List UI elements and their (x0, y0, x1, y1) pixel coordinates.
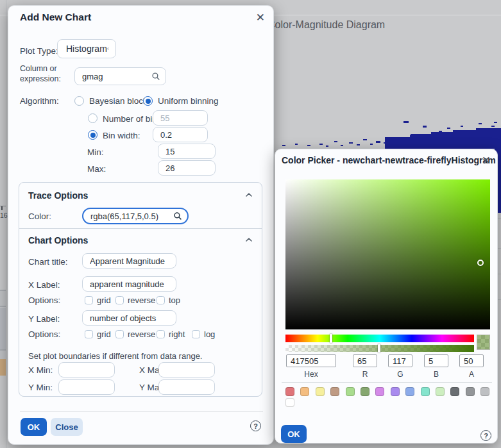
color-picker-search-icon[interactable] (173, 212, 182, 220)
help-icon[interactable]: ? (250, 420, 261, 431)
bayesian-blocks-radio[interactable] (74, 96, 84, 106)
scatter-mark (475, 131, 479, 132)
y-min-wrap (58, 379, 115, 395)
a-input[interactable] (459, 354, 484, 367)
chart-options-title: Chart Options (28, 235, 88, 245)
scatter-mark (494, 122, 497, 123)
saturation-cursor[interactable] (477, 260, 484, 266)
plot-type-value: Histogram (66, 44, 107, 54)
scatter-mark (384, 142, 387, 144)
scatter-mark (449, 138, 453, 140)
r-input[interactable] (353, 354, 377, 367)
number-of-bins-radio[interactable] (88, 113, 98, 123)
bayesian-blocks-label: Bayesian blocks (89, 96, 152, 106)
color-swatch[interactable] (285, 398, 294, 407)
x-reverse-checkbox[interactable] (115, 296, 124, 304)
color-swatch[interactable] (330, 387, 339, 396)
swatch-grid-row2 (285, 398, 294, 407)
close-icon[interactable]: ✕ (482, 155, 491, 166)
scatter-mark (447, 128, 450, 129)
min-label: Min: (87, 147, 104, 157)
scatter-mark (461, 126, 463, 127)
y-label-input[interactable] (82, 310, 176, 326)
y-reverse-checkbox[interactable] (115, 330, 124, 338)
close-button[interactable]: Close (51, 418, 83, 436)
hue-marker[interactable] (330, 334, 332, 343)
bin-width-input[interactable] (153, 127, 208, 142)
dialog-drag-handle[interactable]: Add New Chart ✕ (8, 6, 273, 28)
color-swatch[interactable] (466, 387, 475, 396)
scatter-mark (389, 140, 392, 141)
g-label: G (388, 370, 412, 379)
scatter-mark (457, 132, 459, 133)
color-swatch[interactable] (391, 387, 400, 396)
color-label: Color: (28, 212, 51, 221)
color-swatch[interactable] (480, 387, 489, 396)
saturation-brightness-area[interactable] (285, 179, 490, 329)
close-icon[interactable]: ✕ (256, 12, 265, 23)
number-of-bins-wrap (153, 110, 208, 126)
bin-width-wrap (153, 127, 208, 142)
boundaries-text: Set plot boundaries if different from da… (28, 351, 202, 361)
color-swatch[interactable] (450, 387, 459, 396)
hex-input[interactable] (286, 354, 336, 367)
scatter-mark (443, 135, 445, 136)
x-max-wrap (158, 362, 215, 377)
chart-title-label: Chart title: (28, 257, 68, 267)
x-grid-checkbox[interactable] (85, 296, 93, 304)
number-of-bins-input[interactable] (153, 110, 208, 126)
options-container: Trace Options Color: Chart Options Chart… (19, 182, 262, 397)
g-input[interactable] (388, 354, 412, 367)
collapse-chevron-icon[interactable] (245, 192, 253, 197)
hue-slider[interactable] (285, 335, 474, 342)
color-input-wrap (82, 208, 189, 224)
y-max-input[interactable] (158, 379, 215, 395)
r-label: R (353, 370, 377, 379)
color-swatch[interactable] (316, 387, 325, 396)
color-swatch[interactable] (300, 387, 309, 396)
color-swatch[interactable] (405, 387, 414, 396)
x-top-label: top (169, 295, 180, 305)
plot-type-select[interactable]: Histogram (57, 39, 116, 58)
x-max-input[interactable] (158, 362, 215, 377)
help-icon[interactable]: ? (480, 430, 491, 441)
x-top-checkbox[interactable] (157, 296, 165, 304)
bin-width-radio[interactable] (88, 130, 98, 140)
search-icon[interactable] (151, 72, 160, 81)
color-swatch[interactable] (361, 387, 369, 396)
scatter-mark (282, 145, 285, 146)
add-new-chart-dialog: Add New Chart ✕ Plot Type: Histogram Col… (8, 5, 274, 445)
scatter-mark (349, 142, 353, 144)
b-input[interactable] (424, 354, 448, 367)
x-min-input[interactable] (58, 362, 115, 377)
ok-button[interactable]: OK (281, 425, 307, 443)
y-grid-checkbox[interactable] (85, 330, 93, 338)
x-label-input[interactable] (82, 276, 176, 292)
color-swatch[interactable] (375, 387, 384, 396)
stepper-icon (107, 44, 109, 54)
collapse-chevron-icon[interactable] (245, 237, 253, 242)
color-swatch[interactable] (346, 387, 355, 396)
scatter-mark (319, 144, 323, 145)
a-label: A (459, 370, 484, 379)
max-wrap (158, 160, 216, 176)
max-input[interactable] (158, 160, 216, 176)
ok-button[interactable]: OK (21, 418, 47, 436)
alpha-slider[interactable] (285, 345, 474, 352)
color-swatch[interactable] (421, 387, 430, 396)
min-input[interactable] (158, 144, 216, 159)
dialog-drag-handle[interactable]: Color Picker - newchart-newtrace-firefly… (275, 149, 497, 171)
color-swatch[interactable] (285, 387, 294, 396)
alpha-marker[interactable] (378, 344, 380, 353)
y-log-checkbox[interactable] (192, 330, 200, 338)
hex-label: Hex (286, 370, 336, 379)
color-swatch[interactable] (436, 387, 445, 396)
color-picker-dialog: Color Picker - newchart-newtrace-firefly… (275, 149, 498, 444)
scatter-mark (426, 137, 429, 138)
y-min-input[interactable] (58, 379, 115, 395)
y-min-label: Y Min: (28, 383, 53, 392)
color-picker-title: Color Picker - newchart-newtrace-firefly… (282, 155, 496, 165)
y-right-checkbox[interactable] (157, 330, 165, 338)
chart-title-input[interactable] (82, 253, 176, 269)
uniform-binning-radio[interactable] (143, 96, 153, 106)
